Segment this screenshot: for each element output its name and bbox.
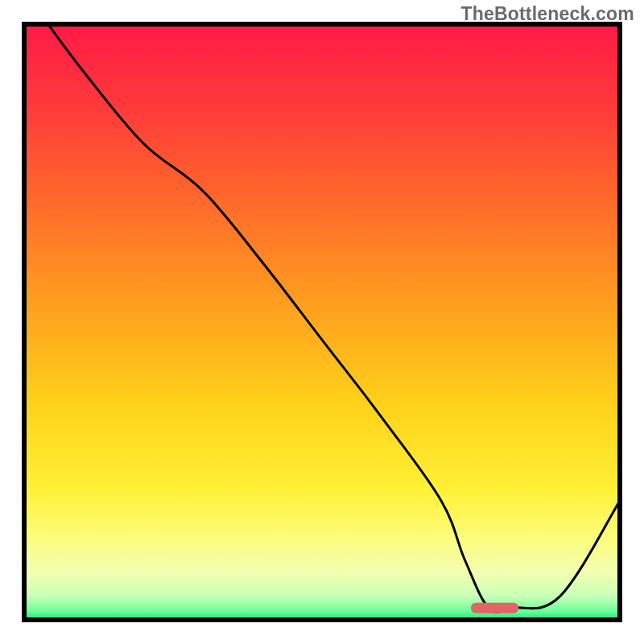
- chart-container: TheBottleneck.com: [0, 0, 644, 644]
- gradient-background: [24, 24, 620, 620]
- bottleneck-chart: [0, 0, 644, 644]
- optimal-marker: [471, 603, 518, 613]
- watermark-text: TheBottleneck.com: [460, 3, 634, 25]
